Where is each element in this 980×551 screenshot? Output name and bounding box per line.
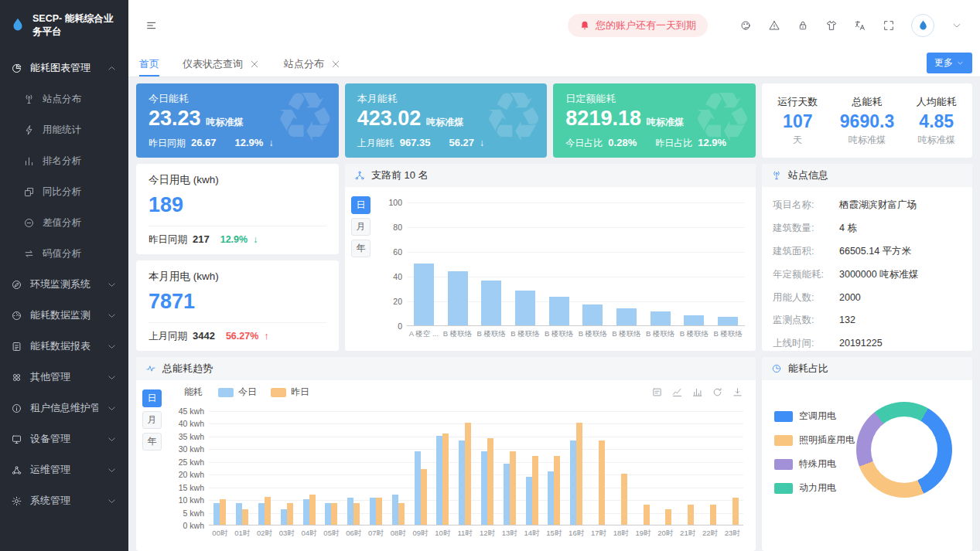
legend-item-今日[interactable]: 今日 [218,386,257,399]
sidebar-item-3[interactable]: 能耗数据报表 [0,331,128,362]
bar-group [588,411,610,525]
period-toggle-月[interactable]: 月 [351,218,370,236]
close-tab-icon[interactable] [330,58,342,70]
kpi-unit: 吨标准煤 [426,117,463,128]
legend-label: 昨日 [291,386,309,399]
site-info-label: 年定额能耗: [773,268,839,281]
x-axis-label: 08时 [387,529,409,539]
sidebar-item-label: 能耗数据监测 [30,308,98,322]
x-axis-label: 09时 [409,529,432,539]
sidebar-item-4[interactable]: 其他管理 [0,362,128,393]
user-menu-chevron-icon[interactable] [951,19,963,32]
trend-chart[interactable]: 45 kwh40 kwh35 kwh30 kwh25 kwh20 kwh15 k… [172,411,743,539]
site-info-row: 建筑数量: 4 栋 [773,217,961,240]
sidebar-subitem-label: 差值分析 [43,216,118,230]
tab-仪表状态查询[interactable]: 仪表状态查询 [183,51,261,77]
sidebar-subitem-label: 用能统计 [43,124,118,137]
sidebar-item-0[interactable]: 能耗图表管理 [0,53,128,83]
user-avatar[interactable] [911,14,934,37]
x-axis-label: 13时 [498,529,521,539]
main-area: 您的账户还有一天到期 首页 仪表状态查询 站点分布 [128,0,980,551]
period-toggle-日[interactable]: 日 [142,389,162,407]
site-info-rows: 项目名称: 栖霞湖滨财富广场 建筑数量: 4 栋 建筑面积: 66505.14 … [762,187,972,351]
kpi-sub-value: 967.35 [400,137,431,148]
bar-group [543,411,565,525]
site-info-value: 66505.14 平方米 [839,245,911,258]
panel-title: 支路前 10 名 [371,168,429,182]
period-toggle-年[interactable]: 年 [351,240,370,257]
bottom-row: 总能耗趋势 日月年 能耗 今日昨日 [136,357,972,551]
collapse-sidebar-icon[interactable] [145,19,158,32]
tab-站点分布[interactable]: 站点分布 [284,51,342,77]
bar-group [454,411,476,525]
sidebar-item-label: 能耗图表管理 [30,61,98,75]
restore-icon[interactable] [712,386,723,398]
x-axis-label: B 楼联络 [576,329,610,339]
bar-chart-icon[interactable] [691,386,703,398]
x-axis-label: A 楼空 ... [407,329,441,339]
sidebar-item-7[interactable]: 运维管理 [0,454,128,485]
summary-stat-card: 运行天数 107 天 总能耗 9690.3 吨标准煤 人均能耗 4.85 吨标准… [762,83,972,158]
trend-axis-name: 能耗 [184,386,203,399]
line-chart-icon[interactable] [671,386,683,398]
sidebar-subitem-排名分析[interactable]: 排名分析 [0,145,128,176]
trend-legend[interactable]: 今日昨日 [218,386,309,399]
account-expiry-notice[interactable]: 您的账户还有一天到期 [568,14,708,37]
bar-group [498,411,521,525]
usage-title: 本月用电 (kwh) [149,270,326,284]
avatar-flame-icon [917,19,930,32]
data-view-icon[interactable] [651,386,663,398]
gauge-icon [11,310,22,321]
pie-legend[interactable]: 空调用电照明插座用电特殊用电动力用电 [774,410,855,495]
bar-group [320,411,343,525]
pie-legend-item-照明插座用电[interactable]: 照明插座用电 [774,434,855,447]
site-info-row: 建筑面积: 66505.14 平方米 [773,240,961,264]
sidebar-item-6[interactable]: 设备管理 [0,423,128,454]
gear-icon [11,495,22,507]
close-tab-icon[interactable] [248,58,261,70]
x-axis-label: 20时 [654,529,677,539]
skin-icon[interactable] [825,19,838,32]
period-toggle-月[interactable]: 月 [142,411,162,429]
sidebar-item-8[interactable]: 系统管理 [0,485,128,516]
minus-circle-icon [23,217,35,229]
lock-icon[interactable] [797,19,809,32]
kpi-unit: 吨标准煤 [207,117,244,128]
fullscreen-icon[interactable] [883,19,895,32]
panel-title: 站点信息 [788,168,828,182]
kpi-unit: 吨标准煤 [647,117,684,128]
period-toggle-年[interactable]: 年 [142,433,162,451]
kpi-sub-label: 今日占比 [565,137,603,150]
x-axis-label: 11时 [454,529,476,539]
sidebar-item-5[interactable]: 租户信息维护管理 [0,393,128,423]
language-icon[interactable] [854,19,866,32]
pie-legend-item-空调用电[interactable]: 空调用电 [774,410,855,423]
bar [508,202,542,325]
chevron-down-icon [106,434,118,445]
sidebar-item-2[interactable]: 能耗数据监测 [0,300,128,331]
legend-item-昨日[interactable]: 昨日 [271,386,309,399]
tab-首页[interactable]: 首页 [139,51,159,77]
bar-group [677,411,699,525]
bar-group [298,411,320,525]
site-info-row: 监测点数: 132 [773,309,961,332]
bar [441,202,475,325]
bar-group [721,411,743,525]
kpi-sub-value: 26.67 [191,137,217,148]
sidebar-item-1[interactable]: 环境监测系统 [0,269,128,300]
bar-group [231,411,254,525]
y-axis-tick: 20 kwh [169,470,204,479]
theme-palette-icon[interactable] [739,19,752,32]
pie-legend-item-特殊用电[interactable]: 特殊用电 [774,457,855,471]
energy-share-donut[interactable] [856,402,952,498]
sidebar-subitem-用能统计[interactable]: 用能统计 [0,114,128,145]
period-toggle-日[interactable]: 日 [351,196,370,214]
sidebar-subitem-站点分布[interactable]: 站点分布 [0,83,128,114]
more-tabs-button[interactable]: 更多 [927,53,972,73]
sidebar-subitem-码值分析[interactable]: 码值分析 [0,238,128,269]
warning-icon[interactable] [768,19,780,32]
pie-legend-item-动力用电[interactable]: 动力用电 [774,481,855,495]
sidebar-subitem-同比分析[interactable]: 同比分析 [0,176,128,207]
download-icon[interactable] [732,386,743,398]
sidebar-subitem-差值分析[interactable]: 差值分析 [0,207,128,238]
